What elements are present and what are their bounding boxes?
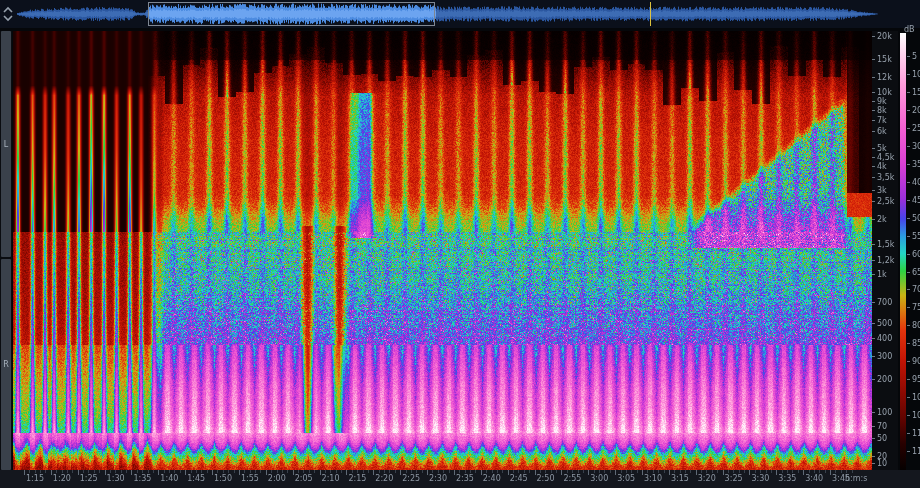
time-tick-label: 2:45 — [510, 474, 528, 483]
db-tick-label: 65 — [912, 267, 920, 276]
time-tick-label: 3:35 — [778, 474, 796, 483]
db-tick-label: 100 — [912, 393, 920, 402]
db-tick — [907, 361, 910, 362]
time-tick-label: 3:25 — [725, 474, 743, 483]
freq-tick — [872, 110, 875, 111]
time-tick — [723, 470, 724, 475]
db-tick — [907, 182, 910, 183]
time-tick-label: 1:45 — [187, 474, 205, 483]
db-tick — [907, 128, 910, 129]
freq-tick-label: 7k — [877, 116, 887, 125]
db-tick — [907, 289, 910, 290]
time-tick-label: 3:10 — [644, 474, 662, 483]
overview-waveform[interactable] — [0, 0, 920, 28]
time-ruler[interactable]: h:m:s 1:151:201:251:301:351:401:451:501:… — [0, 470, 920, 488]
time-tick — [830, 470, 831, 475]
time-tick-label: 3:40 — [805, 474, 823, 483]
freq-tick-label: 3k — [877, 186, 887, 195]
time-tick-label: 1:55 — [241, 474, 259, 483]
time-tick — [131, 470, 132, 475]
freq-tick — [872, 302, 875, 303]
audio-editor-window: L R Hz 20k15k12k10k9k8k7k6k5k4,5k4k3,5k3… — [0, 0, 920, 488]
freq-tick — [872, 260, 875, 261]
time-tick-label: 2:40 — [483, 474, 501, 483]
db-tick-label: 25 — [912, 123, 920, 132]
db-tick — [907, 200, 910, 201]
time-tick — [749, 470, 750, 475]
time-minor-ticks — [24, 470, 854, 473]
channel-tab-right[interactable]: R — [1, 259, 11, 470]
time-tick-label: 2:55 — [563, 474, 581, 483]
freq-tick — [872, 426, 875, 427]
time-tick — [561, 470, 562, 475]
freq-tick — [872, 379, 875, 380]
freq-tick-label: 700 — [877, 298, 892, 307]
time-tick-label: 2:15 — [348, 474, 366, 483]
time-tick-label: 1:20 — [53, 474, 71, 483]
time-tick — [481, 470, 482, 475]
time-tick — [293, 470, 294, 475]
freq-tick-label: 5k — [877, 144, 887, 153]
db-tick — [907, 379, 910, 380]
freq-tick-label: 15k — [877, 55, 892, 64]
freq-tick-label: 300 — [877, 352, 892, 361]
freq-tick-label: 200 — [877, 375, 892, 384]
time-tick-label: 3:20 — [698, 474, 716, 483]
channel-label-left: L — [4, 140, 8, 149]
time-tick-label: 2:00 — [268, 474, 286, 483]
freq-tick — [872, 274, 875, 275]
freq-tick — [872, 148, 875, 149]
freq-tick-label: 500 — [877, 319, 892, 328]
freq-tick-label: 3,5k — [877, 173, 894, 182]
freq-tick-label: 2k — [877, 215, 887, 224]
freq-tick — [872, 59, 875, 60]
overview-playhead[interactable] — [650, 2, 651, 26]
db-tick-label: 85 — [912, 339, 920, 348]
freq-tick-label: 100 — [877, 408, 892, 417]
db-tick-label: 95 — [912, 375, 920, 384]
freq-tick — [872, 338, 875, 339]
db-tick — [907, 92, 910, 93]
freq-tick-label: 2,5k — [877, 197, 894, 206]
freq-tick — [872, 166, 875, 167]
overview-selection-box[interactable] — [148, 2, 435, 26]
time-tick — [78, 470, 79, 475]
freq-tick-label: 4,5k — [877, 153, 894, 162]
channel-tab-left[interactable]: L — [1, 31, 11, 257]
time-tick — [803, 470, 804, 475]
time-tick — [51, 470, 52, 475]
db-tick-label: 115 — [912, 447, 920, 456]
db-tick — [907, 272, 910, 273]
freq-tick — [872, 201, 875, 202]
db-tick-label: 5 — [912, 52, 917, 61]
db-tick-label: 50 — [912, 213, 920, 222]
db-tick-label: 15 — [912, 87, 920, 96]
time-tick — [400, 470, 401, 475]
time-tick-label: 1:40 — [160, 474, 178, 483]
time-tick-label: 2:10 — [322, 474, 340, 483]
db-tick-label: 70 — [912, 285, 920, 294]
time-tick — [508, 470, 509, 475]
freq-tick-label: 9k — [877, 97, 887, 106]
db-tick — [907, 164, 910, 165]
time-tick — [642, 470, 643, 475]
time-tick-label: 3:45 — [832, 474, 850, 483]
freq-tick — [872, 36, 875, 37]
freq-tick — [872, 177, 875, 178]
db-tick-label: 20 — [912, 105, 920, 114]
freq-tick — [872, 463, 875, 464]
db-tick-label: 10 — [912, 69, 920, 78]
spectrogram-view[interactable] — [13, 31, 872, 470]
time-tick — [24, 470, 25, 475]
freq-tick — [872, 77, 875, 78]
collapse-overview-icon[interactable] — [2, 5, 16, 23]
overview-bar — [0, 0, 920, 28]
time-tick-label: 1:15 — [26, 474, 44, 483]
frequency-ruler[interactable]: Hz 20k15k12k10k9k8k7k6k5k4,5k4k3,5k3k2,5… — [872, 31, 898, 470]
freq-tick-label: 10 — [877, 459, 887, 468]
time-tick-label: 1:30 — [107, 474, 125, 483]
time-tick — [320, 470, 321, 475]
time-tick-label: 2:35 — [456, 474, 474, 483]
time-tick-label: 2:50 — [537, 474, 555, 483]
db-tick — [907, 56, 910, 57]
